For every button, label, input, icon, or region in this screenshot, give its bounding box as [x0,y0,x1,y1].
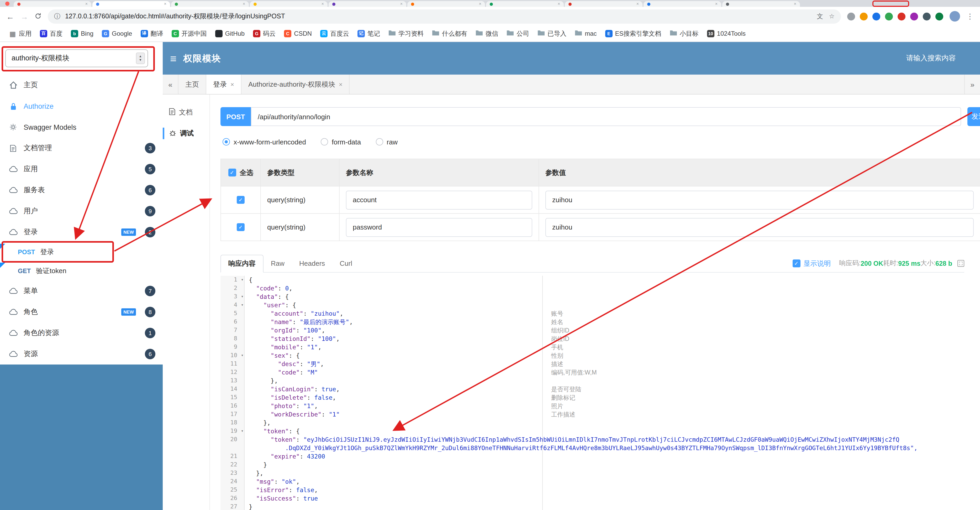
translate-icon[interactable]: 文 [817,12,823,21]
address-bar[interactable]: ⓘ 127.0.0.1:8760/api/gate/doc.html#/auth… [48,9,841,23]
bookmark-item[interactable]: 101024Tools [703,29,749,39]
tab-close-icon[interactable]: × [636,2,639,6]
browser-tab[interactable]: × [329,1,406,7]
tab-close-icon[interactable]: × [715,2,718,6]
reload-icon[interactable] [35,12,41,20]
row-checkbox[interactable]: ✓ [237,223,245,231]
tab-close-icon[interactable]: × [164,2,166,6]
sidebar-item-文档管理[interactable]: 文档管理3 [0,138,163,159]
bookmark-item[interactable]: 学习资料 [385,27,427,40]
doc-nav-调试[interactable]: 调试 [163,123,210,144]
browser-tab[interactable]: × [722,1,800,7]
response-tab-响应内容[interactable]: 响应内容 [220,255,264,273]
tab-close-icon[interactable]: × [85,2,88,6]
extension-icon[interactable] [910,12,918,20]
request-url-input[interactable] [251,107,961,126]
bookmark-item[interactable]: C开源中国 [168,27,210,40]
param-name-input[interactable] [346,218,532,237]
browser-tab[interactable]: × [250,1,328,7]
extension-icon[interactable] [923,12,931,20]
bookmark-item[interactable]: 已导入 [534,27,570,40]
bookmark-item[interactable]: 译翻译 [137,27,167,40]
bookmark-item[interactable]: 记笔记 [354,27,384,40]
bookmark-item[interactable]: GitHub [211,29,248,39]
sidebar-item-主页[interactable]: 主页 [0,75,163,96]
fold-caret-icon[interactable]: ▾ [241,427,243,435]
sidebar-item-get-验证token[interactable]: GET验证token [0,261,163,280]
tabs-collapse-icon[interactable]: « [163,75,178,94]
radio-form-data[interactable]: form-data [321,138,361,146]
sidebar-item-角色[interactable]: 角色NEW8 [0,301,163,322]
doc-nav-文档[interactable]: 文档 [163,102,210,123]
tab-close-icon[interactable]: × [339,81,342,88]
browser-menu-icon[interactable]: ⋮ [966,12,974,21]
bookmark-item[interactable]: EES搜索引擎文档 [601,27,665,40]
bookmark-item[interactable]: 什么都有 [428,27,471,40]
sidebar-item-用户[interactable]: 用户9 [0,201,163,222]
bookmark-item[interactable]: GGoogle [98,29,136,39]
forward-icon[interactable]: → [21,12,29,20]
param-value-input[interactable] [546,218,974,237]
radio-raw[interactable]: raw [375,138,398,146]
fold-caret-icon[interactable]: ▾ [241,276,243,284]
browser-tab[interactable]: × [486,1,564,7]
browser-tab[interactable]: × [407,1,485,7]
tab-close-icon[interactable]: × [231,81,234,88]
tabs-expand-icon[interactable]: » [964,75,980,94]
tab-close-icon[interactable]: × [321,2,324,6]
sidebar-item-应用[interactable]: 应用5 [0,159,163,180]
extension-icon[interactable] [897,12,905,20]
bookmark-item[interactable]: 微信 [472,27,502,40]
sidebar-item-登录[interactable]: 登录NEW2 [0,222,163,243]
bookmark-item[interactable]: 小目标 [666,27,702,40]
back-icon[interactable]: ← [6,12,14,20]
bookmark-item[interactable]: bBing [67,29,97,39]
browser-tab[interactable]: × [171,1,249,7]
fullscreen-icon[interactable] [958,260,964,267]
sidebar-item-菜单[interactable]: 菜单7 [0,280,163,301]
fold-caret-icon[interactable]: ▾ [241,301,243,309]
window-close-button[interactable] [5,2,10,6]
response-tab-Raw[interactable]: Raw [264,255,292,273]
sidebar-item-Authorize[interactable]: Authorize [0,96,163,116]
extension-icon[interactable] [847,12,855,20]
show-description-checkbox[interactable]: ✓ 显示说明 [792,259,830,268]
bookmark-item[interactable]: ▦应用 [5,27,35,40]
select-spinner-icon[interactable]: ▲▼ [136,53,145,64]
hamburger-icon[interactable]: ≡ [170,53,177,64]
service-group-select[interactable]: authority-权限模块 ▲▼ [5,49,148,67]
fold-caret-icon[interactable]: ▾ [241,351,243,360]
browser-tab[interactable]: × [565,1,643,7]
browser-tab[interactable]: × [14,1,91,7]
tab-close-icon[interactable]: × [479,2,481,6]
sidebar-item-post-登录[interactable]: POST登录 [0,243,163,261]
sidebar-item-资源[interactable]: 资源6 [0,344,163,365]
response-body-viewer[interactable]: 1▾{2 "code": 0,3▾ "data": {4▾ "user": {5… [220,276,980,510]
content-tab-Authorize-authority-权限模块[interactable]: Authorize-authority-权限模块× [242,75,350,94]
extension-icon[interactable] [872,12,880,20]
tab-close-icon[interactable]: × [794,2,796,6]
bookmark-item[interactable]: G码云 [249,27,279,40]
select-all-checkbox[interactable]: ✓ [228,169,236,177]
tab-close-icon[interactable]: × [243,2,245,6]
send-button[interactable]: 发送 [967,107,980,126]
bookmark-star-icon[interactable]: ☆ [829,13,835,20]
param-name-input[interactable] [346,190,532,209]
bookmark-item[interactable]: mac [571,29,600,39]
fold-caret-icon[interactable]: ▾ [241,293,243,301]
content-tab-登录[interactable]: 登录× [206,75,242,94]
extension-icon[interactable] [860,12,868,20]
bookmark-item[interactable]: 公司 [503,27,533,40]
response-tab-Headers[interactable]: Headers [292,255,332,273]
tab-close-icon[interactable]: × [400,2,402,6]
content-tab-主页[interactable]: 主页 [178,75,206,94]
sidebar-item-服务表[interactable]: 服务表6 [0,180,163,201]
bookmark-item[interactable]: CCSDN [280,29,315,39]
sidebar-item-角色的资源[interactable]: 角色的资源1 [0,322,163,344]
site-info-icon[interactable]: ⓘ [54,12,60,21]
browser-tab[interactable]: × [92,1,170,7]
extension-icon[interactable] [885,12,893,20]
response-tab-Curl[interactable]: Curl [332,255,360,273]
radio-x-www-form-urlencoded[interactable]: x-www-form-urlencoded [223,138,306,146]
bookmark-item[interactable]: 云百度云 [317,27,353,40]
